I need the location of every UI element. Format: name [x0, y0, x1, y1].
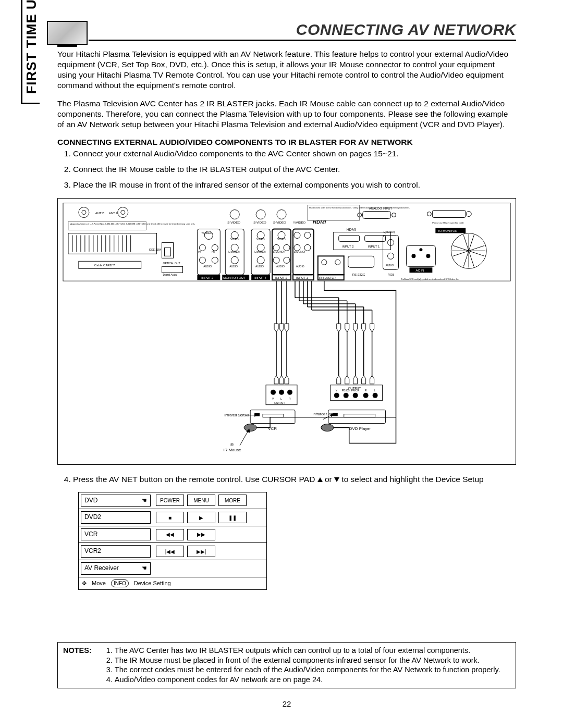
notes-label: NOTES:	[63, 646, 92, 685]
avnet-row-dvd[interactable]: DVD ☚	[81, 495, 151, 507]
svg-text:S-VIDEO: S-VIDEO	[273, 221, 286, 224]
svg-rect-184	[250, 410, 295, 423]
svg-text:VCR: VCR	[268, 426, 277, 430]
svg-rect-190	[344, 414, 375, 417]
svg-rect-101	[363, 211, 391, 218]
svg-text:DVD Player: DVD Player	[349, 426, 371, 430]
note-3: The correct codes must be entered for ea…	[115, 665, 500, 675]
step-2: Connect the IR Mouse cable to the IR BLA…	[73, 164, 516, 175]
svg-point-193	[321, 424, 334, 431]
avnet-row-vcr2[interactable]: VCR2	[81, 545, 151, 558]
avnet-row-vcr[interactable]: VCR	[81, 528, 151, 541]
avnet-btn-power[interactable]: POWER	[156, 495, 184, 506]
svg-text:IR BLASTER: IR BLASTER	[319, 276, 336, 279]
svg-marker-149	[279, 324, 284, 332]
svg-point-111	[427, 212, 431, 216]
svg-point-49	[304, 244, 311, 251]
avnet-menu-panel: DVD ☚ POWER MENU MORE DVD2 ■ ▶ ❚❚	[78, 492, 267, 590]
svg-marker-162	[362, 375, 366, 384]
svg-text:VIDEO: VIDEO	[230, 238, 239, 241]
step-1: Connect your external Audio/Video compon…	[73, 149, 516, 159]
svg-marker-157	[279, 375, 284, 384]
svg-point-92	[322, 260, 327, 265]
label-digital-audio: Digital Audio	[163, 273, 178, 276]
avnet-btn-stop[interactable]: ■	[156, 512, 184, 523]
svg-point-177	[271, 389, 276, 394]
avnet-btn-play[interactable]: ▶	[187, 512, 215, 523]
avnet-btn-ff[interactable]: ▶▶	[187, 529, 215, 540]
svg-text:ANALOG INPUT: ANALOG INPUT	[369, 206, 393, 209]
svg-text:S-VIDEO: S-VIDEO	[227, 221, 240, 224]
svg-text:INPUT 3: INPUT 3	[275, 276, 287, 279]
svg-point-170	[373, 392, 378, 398]
svg-rect-86	[339, 235, 360, 241]
svg-rect-26	[162, 266, 183, 273]
svg-text:S-VIDEO: S-VIDEO	[253, 221, 266, 224]
svg-point-192	[244, 424, 256, 431]
svg-point-179	[287, 389, 292, 394]
svg-text:AUDIO: AUDIO	[386, 264, 394, 267]
svg-text:AUDIO: AUDIO	[229, 265, 238, 268]
svg-text:L(MONO): L(MONO)	[254, 250, 266, 253]
tv-icon	[47, 21, 89, 47]
label-ant-a: ANT A	[109, 211, 118, 214]
info-button-icon: INFO	[111, 579, 129, 587]
svg-point-112	[466, 211, 471, 216]
step-4-wrap: Press the AV NET button on the remote co…	[57, 474, 516, 485]
svg-text:AUDIO: AUDIO	[276, 265, 285, 268]
svg-text:R: R	[365, 388, 367, 391]
subheading: CONNECTING EXTERNAL AUDIO/VIDEO COMPONEN…	[57, 137, 516, 147]
svg-text:L(MONO): L(MONO)	[228, 250, 240, 253]
avnet-row-avreceiver[interactable]: AV Receiver ☚	[81, 562, 151, 575]
svg-point-167	[344, 392, 349, 398]
svg-marker-158	[285, 375, 289, 384]
svg-point-47	[304, 232, 311, 238]
svg-text:HDMI: HDMI	[347, 228, 356, 231]
svg-rect-186	[263, 414, 284, 417]
svg-text:INPUT 1: INPUT 1	[296, 276, 308, 279]
svg-text:R: R	[289, 397, 291, 400]
svg-text:Manufactured under license fro: Manufactured under license from Dolby La…	[309, 206, 410, 208]
svg-marker-159	[337, 375, 341, 384]
svg-point-119	[419, 248, 422, 251]
svg-point-2	[82, 210, 86, 214]
svg-point-33	[199, 257, 205, 263]
svg-line-202	[240, 430, 248, 445]
svg-text:INPUT 4: INPUT 4	[254, 276, 266, 279]
svg-point-31	[199, 244, 205, 251]
svg-text:AUDIO: AUDIO	[203, 265, 212, 268]
svg-rect-96	[348, 256, 374, 267]
svg-point-103	[392, 213, 396, 217]
avnet-btn-menu[interactable]: MENU	[187, 495, 215, 506]
hand-pointer-icon: ☚	[141, 564, 147, 573]
svg-marker-151	[337, 324, 341, 332]
svg-text:TO MONITOR: TO MONITOR	[437, 229, 458, 232]
notes-box: NOTES: The AVC Center has two IR BLASTER…	[57, 642, 516, 688]
page-number: 22	[57, 699, 516, 709]
svg-text:HDMI: HDMI	[313, 219, 326, 225]
avnet-btn-rew[interactable]: ◀◀	[156, 529, 184, 540]
svg-point-118	[426, 254, 430, 258]
avnet-btn-pause[interactable]: ❚❚	[218, 512, 247, 523]
intro-paragraph-2: The Plasma Television AVC Center has 2 I…	[57, 98, 516, 130]
avnet-row-dvd2[interactable]: DVD2	[81, 511, 151, 524]
svg-point-27	[230, 209, 239, 219]
cursor-down-icon	[334, 477, 339, 482]
step-4: Press the AV NET button on the remote co…	[73, 474, 516, 485]
avnet-btn-more[interactable]: MORE	[218, 495, 247, 506]
svg-text:IEEE 1394: IEEE 1394	[149, 248, 162, 251]
svg-point-106	[388, 253, 394, 259]
svg-text:INPUT 2: INPUT 2	[201, 276, 213, 279]
svg-marker-163	[370, 375, 374, 384]
steps-list: Connect your external Audio/Video compon…	[57, 149, 516, 190]
note-1: The AVC Center has two IR BLASTER output…	[115, 646, 500, 656]
avnet-btn-skipfwd[interactable]: ▶▶|	[187, 546, 215, 557]
connection-diagram: ANT B ANT A Apparatus Claims of U.S.Pate…	[57, 198, 516, 465]
svg-marker-153	[353, 324, 358, 332]
svg-text:Y/VIDEO: Y/VIDEO	[293, 221, 306, 224]
svg-marker-154	[362, 324, 366, 332]
svg-marker-148	[274, 324, 278, 332]
label-optical: OPTICAL OUT	[163, 262, 180, 265]
svg-point-1	[79, 207, 89, 217]
avnet-btn-skipback[interactable]: |◀◀	[156, 546, 184, 557]
